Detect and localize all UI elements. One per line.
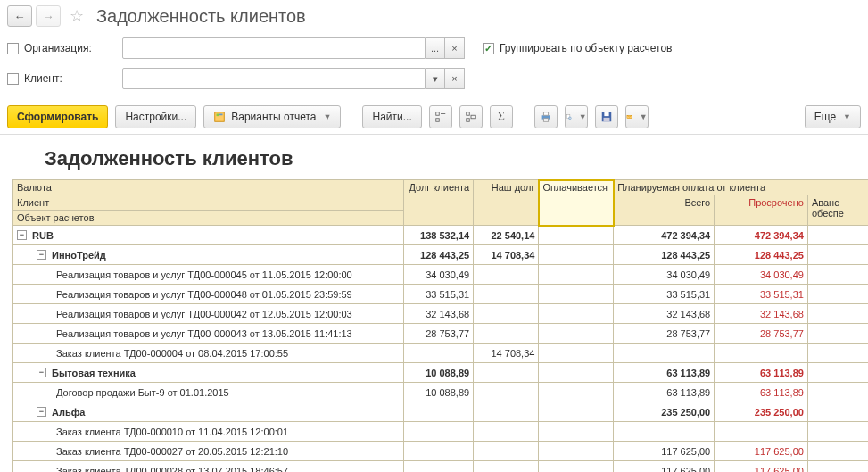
client-toggle[interactable]: − [37,368,46,377]
cell[interactable] [474,265,539,285]
group-by-object-checkbox[interactable]: ✓ [483,43,494,54]
cell[interactable]: 63 113,89 [614,363,715,383]
cell[interactable] [474,304,539,324]
cell[interactable] [807,344,868,363]
col-total[interactable]: Всего [614,195,715,226]
cell[interactable] [807,461,868,473]
cell[interactable]: 34 030,49 [403,265,474,285]
cell[interactable] [539,226,614,245]
find-button[interactable]: Найти... [362,105,421,128]
cell[interactable]: 32 143,68 [614,304,715,324]
cell[interactable] [715,344,808,363]
cell[interactable] [807,442,868,461]
report-grid[interactable]: Валюта Долг клиента Наш долг Оплачиваетс… [12,179,868,472]
cell[interactable]: 33 515,31 [614,285,715,304]
cell[interactable] [807,402,868,422]
cell[interactable] [539,461,614,473]
table-row[interactable]: Реализация товаров и услуг ТД00-000042 о… [13,304,869,324]
client-toggle[interactable]: − [37,407,46,417]
cell[interactable] [807,226,868,245]
table-row[interactable]: Заказ клиента ТД00-000027 от 20.05.2015 … [13,442,869,461]
cell[interactable] [614,344,715,363]
table-row[interactable]: Реализация товаров и услуг ТД00-000045 о… [13,265,869,285]
cell[interactable] [539,442,614,461]
cell[interactable]: 34 030,49 [715,265,808,285]
cell[interactable]: 128 443,25 [614,245,715,265]
col-advance[interactable]: Аванс обеспе [807,195,868,226]
cell[interactable] [474,402,539,422]
cell[interactable]: 32 143,68 [715,304,808,324]
cell[interactable] [807,383,868,402]
generate-button[interactable]: Сформировать [7,105,108,128]
cell[interactable]: 472 394,34 [614,226,715,245]
cell[interactable] [403,422,474,442]
col-client-debt[interactable]: Долг клиента [403,180,474,226]
report-variants-button[interactable]: Варианты отчета▼ [203,105,341,128]
sum-button[interactable]: Σ [490,105,513,128]
cell[interactable]: 63 113,89 [715,363,808,383]
table-row[interactable]: Реализация товаров и услуг ТД00-000043 о… [13,324,869,344]
col-paying[interactable]: Оплачивается [539,180,614,226]
table-row[interactable]: Заказ клиента ТД00-000028 от 13.07.2015 … [13,461,869,473]
client-clear-button[interactable]: × [445,68,465,89]
cell[interactable] [474,324,539,344]
cell[interactable]: 117 625,00 [614,461,715,473]
cell[interactable] [403,344,474,363]
organization-checkbox[interactable] [7,43,19,54]
cell[interactable]: 28 753,77 [403,324,474,344]
cell[interactable]: 128 443,25 [715,245,808,265]
cell[interactable] [539,422,614,442]
cell[interactable] [807,265,868,285]
cell[interactable] [539,383,614,402]
cell[interactable] [474,285,539,304]
print-preview-button[interactable]: ▼ [565,105,588,128]
cell[interactable] [807,245,868,265]
cell[interactable]: 33 515,31 [403,285,474,304]
cell[interactable]: 10 088,89 [403,363,474,383]
client-checkbox[interactable] [7,73,19,85]
cell[interactable]: 235 250,00 [715,402,808,422]
currency-toggle[interactable]: − [17,230,27,240]
cell[interactable]: 117 625,00 [715,461,808,473]
col-currency[interactable]: Валюта [13,180,404,195]
cell[interactable] [403,461,474,473]
cell[interactable] [715,422,808,442]
cell[interactable]: 472 394,34 [715,226,808,245]
cell[interactable] [403,442,474,461]
cell[interactable] [474,442,539,461]
cell[interactable] [474,461,539,473]
col-our-debt[interactable]: Наш долг [474,180,539,226]
organization-select-button[interactable]: ... [426,37,445,59]
table-row[interactable]: Договор продажи Быт-9 от 01.01.201510 08… [13,383,869,402]
favorite-star-icon[interactable]: ☆ [70,6,84,26]
cell[interactable]: 22 540,14 [474,226,539,245]
cell[interactable] [474,422,539,442]
cell[interactable] [539,402,614,422]
table-row[interactable]: −Альфа235 250,00235 250,00 [13,402,869,422]
cell[interactable]: 14 708,34 [474,245,539,265]
settings-button[interactable]: Настройки... [115,105,196,128]
cell[interactable] [807,363,868,383]
col-object[interactable]: Объект расчетов [13,211,404,226]
col-client[interactable]: Клиент [13,195,404,211]
cell[interactable]: 14 708,34 [474,344,539,363]
cell[interactable] [539,304,614,324]
cell[interactable] [807,422,868,442]
table-row[interactable]: Заказ клиента ТД00-000010 от 11.04.2015 … [13,422,869,442]
organization-clear-button[interactable]: × [445,37,465,59]
table-row[interactable]: Заказ клиента ТД00-000004 от 08.04.2015 … [13,344,869,363]
client-input[interactable] [122,68,426,89]
cell[interactable] [403,402,474,422]
cell[interactable] [539,324,614,344]
organization-input[interactable] [122,37,426,59]
cell[interactable] [474,383,539,402]
cell[interactable] [474,363,539,383]
cell[interactable] [539,344,614,363]
cell[interactable]: 128 443,25 [403,245,474,265]
client-dropdown-button[interactable]: ▾ [426,68,445,89]
cell[interactable]: 117 625,00 [614,442,715,461]
table-row[interactable]: −Бытовая техника10 088,8963 113,8963 113… [13,363,869,383]
cell[interactable] [807,285,868,304]
table-row[interactable]: −ИнноТрейд128 443,2514 708,34128 443,251… [13,245,869,265]
table-row[interactable]: −RUB138 532,1422 540,14472 394,34472 394… [13,226,869,245]
